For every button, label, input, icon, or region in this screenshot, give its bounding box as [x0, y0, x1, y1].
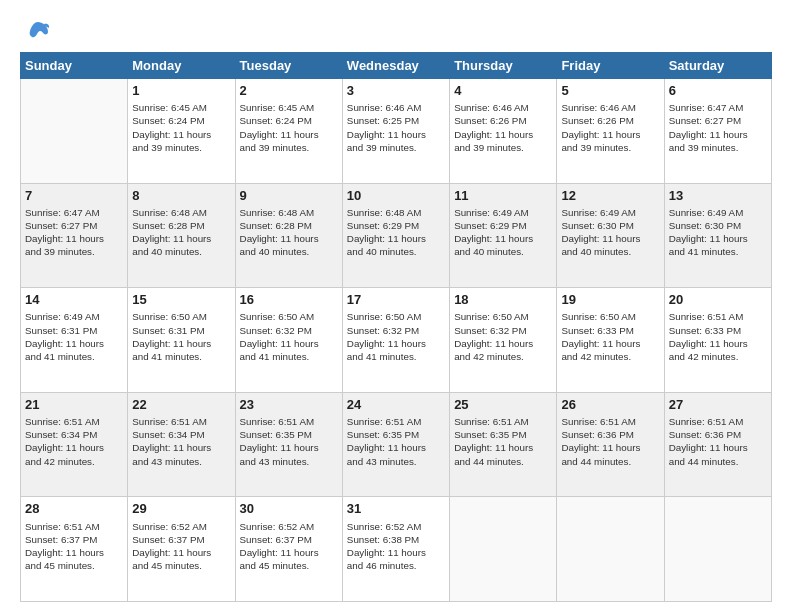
- calendar-empty-cell: [21, 79, 128, 184]
- day-info: Sunrise: 6:51 AMSunset: 6:35 PMDaylight:…: [240, 415, 338, 468]
- day-info: Sunrise: 6:50 AMSunset: 6:32 PMDaylight:…: [240, 310, 338, 363]
- calendar-empty-cell: [557, 497, 664, 602]
- day-number: 7: [25, 187, 123, 205]
- day-number: 29: [132, 500, 230, 518]
- calendar-day-cell: 14Sunrise: 6:49 AMSunset: 6:31 PMDayligh…: [21, 288, 128, 393]
- day-info: Sunrise: 6:51 AMSunset: 6:34 PMDaylight:…: [132, 415, 230, 468]
- calendar-day-cell: 22Sunrise: 6:51 AMSunset: 6:34 PMDayligh…: [128, 392, 235, 497]
- day-info: Sunrise: 6:45 AMSunset: 6:24 PMDaylight:…: [132, 101, 230, 154]
- logo: [20, 20, 52, 42]
- day-number: 14: [25, 291, 123, 309]
- calendar-day-cell: 6Sunrise: 6:47 AMSunset: 6:27 PMDaylight…: [664, 79, 771, 184]
- calendar-day-cell: 10Sunrise: 6:48 AMSunset: 6:29 PMDayligh…: [342, 183, 449, 288]
- day-number: 11: [454, 187, 552, 205]
- day-info: Sunrise: 6:48 AMSunset: 6:28 PMDaylight:…: [240, 206, 338, 259]
- calendar-day-cell: 29Sunrise: 6:52 AMSunset: 6:37 PMDayligh…: [128, 497, 235, 602]
- day-number: 25: [454, 396, 552, 414]
- calendar-day-cell: 13Sunrise: 6:49 AMSunset: 6:30 PMDayligh…: [664, 183, 771, 288]
- calendar-header-saturday: Saturday: [664, 53, 771, 79]
- day-number: 27: [669, 396, 767, 414]
- page: SundayMondayTuesdayWednesdayThursdayFrid…: [0, 0, 792, 612]
- calendar-header-monday: Monday: [128, 53, 235, 79]
- calendar-empty-cell: [450, 497, 557, 602]
- calendar-header-row: SundayMondayTuesdayWednesdayThursdayFrid…: [21, 53, 772, 79]
- day-info: Sunrise: 6:52 AMSunset: 6:37 PMDaylight:…: [132, 520, 230, 573]
- day-info: Sunrise: 6:47 AMSunset: 6:27 PMDaylight:…: [25, 206, 123, 259]
- calendar-week-row: 14Sunrise: 6:49 AMSunset: 6:31 PMDayligh…: [21, 288, 772, 393]
- day-info: Sunrise: 6:45 AMSunset: 6:24 PMDaylight:…: [240, 101, 338, 154]
- calendar-header-friday: Friday: [557, 53, 664, 79]
- day-info: Sunrise: 6:51 AMSunset: 6:35 PMDaylight:…: [454, 415, 552, 468]
- day-number: 8: [132, 187, 230, 205]
- logo-bird-icon: [24, 18, 52, 46]
- day-info: Sunrise: 6:46 AMSunset: 6:26 PMDaylight:…: [454, 101, 552, 154]
- day-number: 16: [240, 291, 338, 309]
- day-number: 1: [132, 82, 230, 100]
- calendar-day-cell: 21Sunrise: 6:51 AMSunset: 6:34 PMDayligh…: [21, 392, 128, 497]
- day-number: 3: [347, 82, 445, 100]
- day-info: Sunrise: 6:50 AMSunset: 6:31 PMDaylight:…: [132, 310, 230, 363]
- day-number: 19: [561, 291, 659, 309]
- day-number: 28: [25, 500, 123, 518]
- day-info: Sunrise: 6:52 AMSunset: 6:38 PMDaylight:…: [347, 520, 445, 573]
- day-number: 10: [347, 187, 445, 205]
- day-number: 5: [561, 82, 659, 100]
- day-number: 17: [347, 291, 445, 309]
- day-info: Sunrise: 6:51 AMSunset: 6:34 PMDaylight:…: [25, 415, 123, 468]
- day-number: 20: [669, 291, 767, 309]
- calendar-week-row: 28Sunrise: 6:51 AMSunset: 6:37 PMDayligh…: [21, 497, 772, 602]
- calendar-header-tuesday: Tuesday: [235, 53, 342, 79]
- calendar-header-wednesday: Wednesday: [342, 53, 449, 79]
- day-number: 15: [132, 291, 230, 309]
- day-info: Sunrise: 6:49 AMSunset: 6:30 PMDaylight:…: [669, 206, 767, 259]
- calendar-week-row: 21Sunrise: 6:51 AMSunset: 6:34 PMDayligh…: [21, 392, 772, 497]
- calendar-day-cell: 4Sunrise: 6:46 AMSunset: 6:26 PMDaylight…: [450, 79, 557, 184]
- day-info: Sunrise: 6:51 AMSunset: 6:36 PMDaylight:…: [669, 415, 767, 468]
- day-info: Sunrise: 6:51 AMSunset: 6:37 PMDaylight:…: [25, 520, 123, 573]
- day-number: 21: [25, 396, 123, 414]
- day-number: 23: [240, 396, 338, 414]
- calendar-week-row: 1Sunrise: 6:45 AMSunset: 6:24 PMDaylight…: [21, 79, 772, 184]
- calendar-day-cell: 20Sunrise: 6:51 AMSunset: 6:33 PMDayligh…: [664, 288, 771, 393]
- day-info: Sunrise: 6:52 AMSunset: 6:37 PMDaylight:…: [240, 520, 338, 573]
- day-info: Sunrise: 6:51 AMSunset: 6:36 PMDaylight:…: [561, 415, 659, 468]
- day-number: 30: [240, 500, 338, 518]
- calendar-empty-cell: [664, 497, 771, 602]
- day-info: Sunrise: 6:51 AMSunset: 6:33 PMDaylight:…: [669, 310, 767, 363]
- calendar-day-cell: 17Sunrise: 6:50 AMSunset: 6:32 PMDayligh…: [342, 288, 449, 393]
- day-info: Sunrise: 6:50 AMSunset: 6:32 PMDaylight:…: [347, 310, 445, 363]
- calendar-day-cell: 27Sunrise: 6:51 AMSunset: 6:36 PMDayligh…: [664, 392, 771, 497]
- calendar-day-cell: 8Sunrise: 6:48 AMSunset: 6:28 PMDaylight…: [128, 183, 235, 288]
- day-info: Sunrise: 6:49 AMSunset: 6:29 PMDaylight:…: [454, 206, 552, 259]
- day-info: Sunrise: 6:49 AMSunset: 6:31 PMDaylight:…: [25, 310, 123, 363]
- calendar-day-cell: 1Sunrise: 6:45 AMSunset: 6:24 PMDaylight…: [128, 79, 235, 184]
- calendar-header-sunday: Sunday: [21, 53, 128, 79]
- calendar-day-cell: 15Sunrise: 6:50 AMSunset: 6:31 PMDayligh…: [128, 288, 235, 393]
- calendar-day-cell: 28Sunrise: 6:51 AMSunset: 6:37 PMDayligh…: [21, 497, 128, 602]
- calendar-day-cell: 30Sunrise: 6:52 AMSunset: 6:37 PMDayligh…: [235, 497, 342, 602]
- calendar-header-thursday: Thursday: [450, 53, 557, 79]
- day-info: Sunrise: 6:46 AMSunset: 6:26 PMDaylight:…: [561, 101, 659, 154]
- calendar-day-cell: 23Sunrise: 6:51 AMSunset: 6:35 PMDayligh…: [235, 392, 342, 497]
- day-number: 9: [240, 187, 338, 205]
- day-number: 26: [561, 396, 659, 414]
- calendar-day-cell: 11Sunrise: 6:49 AMSunset: 6:29 PMDayligh…: [450, 183, 557, 288]
- calendar-day-cell: 26Sunrise: 6:51 AMSunset: 6:36 PMDayligh…: [557, 392, 664, 497]
- day-number: 2: [240, 82, 338, 100]
- calendar-day-cell: 3Sunrise: 6:46 AMSunset: 6:25 PMDaylight…: [342, 79, 449, 184]
- calendar-day-cell: 25Sunrise: 6:51 AMSunset: 6:35 PMDayligh…: [450, 392, 557, 497]
- calendar-table: SundayMondayTuesdayWednesdayThursdayFrid…: [20, 52, 772, 602]
- day-number: 18: [454, 291, 552, 309]
- calendar-day-cell: 18Sunrise: 6:50 AMSunset: 6:32 PMDayligh…: [450, 288, 557, 393]
- day-info: Sunrise: 6:47 AMSunset: 6:27 PMDaylight:…: [669, 101, 767, 154]
- day-number: 12: [561, 187, 659, 205]
- day-number: 24: [347, 396, 445, 414]
- day-info: Sunrise: 6:50 AMSunset: 6:32 PMDaylight:…: [454, 310, 552, 363]
- calendar-day-cell: 31Sunrise: 6:52 AMSunset: 6:38 PMDayligh…: [342, 497, 449, 602]
- day-info: Sunrise: 6:48 AMSunset: 6:28 PMDaylight:…: [132, 206, 230, 259]
- day-info: Sunrise: 6:51 AMSunset: 6:35 PMDaylight:…: [347, 415, 445, 468]
- day-info: Sunrise: 6:49 AMSunset: 6:30 PMDaylight:…: [561, 206, 659, 259]
- calendar-week-row: 7Sunrise: 6:47 AMSunset: 6:27 PMDaylight…: [21, 183, 772, 288]
- calendar-day-cell: 24Sunrise: 6:51 AMSunset: 6:35 PMDayligh…: [342, 392, 449, 497]
- day-info: Sunrise: 6:48 AMSunset: 6:29 PMDaylight:…: [347, 206, 445, 259]
